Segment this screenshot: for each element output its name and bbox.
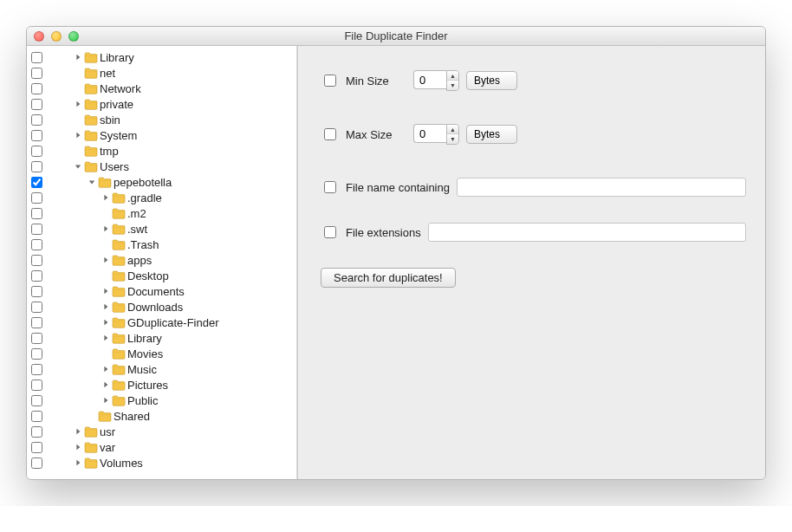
disclosure-closed-icon[interactable] [101, 334, 110, 341]
tree-row[interactable]: tmp [27, 143, 296, 159]
disclosure-closed-icon[interactable] [74, 428, 82, 435]
tree-row[interactable]: Library [27, 330, 296, 346]
disclosure-closed-icon[interactable] [101, 256, 110, 263]
tree-checkbox[interactable] [31, 239, 42, 250]
tree-checkbox[interactable] [31, 426, 42, 438]
min-size-checkbox[interactable] [324, 75, 336, 87]
tree-checkbox[interactable] [31, 286, 42, 297]
tree-checkbox[interactable] [31, 255, 42, 266]
tree-row[interactable]: Users [27, 159, 296, 174]
tree-row[interactable]: Volumes [27, 455, 296, 470]
tree-checkbox[interactable] [31, 99, 42, 110]
tree-checkbox[interactable] [31, 146, 42, 157]
tree-row[interactable]: System [27, 127, 296, 143]
folder-icon [112, 395, 126, 406]
disclosure-closed-icon[interactable] [101, 225, 110, 232]
disclosure-closed-icon[interactable] [101, 397, 110, 404]
tree-row[interactable]: Public [27, 393, 296, 408]
tree-item-label: Volumes [100, 457, 143, 470]
tree-checkbox[interactable] [31, 161, 42, 172]
disclosure-closed-icon[interactable] [74, 54, 82, 61]
disclosure-closed-icon[interactable] [101, 194, 110, 201]
max-size-down[interactable]: ▼ [447, 134, 458, 144]
disclosure-closed-icon[interactable] [101, 381, 110, 388]
tree-checkbox[interactable] [31, 83, 42, 94]
disclosure-open-icon[interactable] [88, 178, 96, 185]
max-size-checkbox[interactable] [324, 128, 336, 140]
tree-checkbox[interactable] [31, 192, 42, 204]
max-size-unit-select[interactable]: Bytes [466, 125, 517, 144]
disclosure-closed-icon[interactable] [74, 459, 82, 466]
tree-row[interactable]: pepebotella [27, 174, 296, 190]
max-size-up[interactable]: ▲ [447, 125, 458, 134]
tree-row[interactable]: Documents [27, 283, 296, 299]
min-size-up[interactable]: ▲ [447, 71, 458, 81]
disclosure-closed-icon[interactable] [101, 366, 110, 373]
tree-checkbox[interactable] [31, 208, 42, 219]
tree-checkbox[interactable] [31, 380, 42, 391]
disclosure-open-icon[interactable] [74, 163, 82, 170]
disclosure-closed-icon[interactable] [101, 319, 110, 326]
tree-checkbox[interactable] [31, 68, 42, 79]
folder-tree-panel[interactable]: LibrarynetNetworkprivatesbinSystemtmpUse… [27, 46, 297, 479]
tree-checkbox[interactable] [31, 348, 42, 360]
filename-checkbox[interactable] [324, 181, 336, 193]
tree-row[interactable]: private [27, 96, 296, 112]
tree-row[interactable]: usr [27, 424, 296, 439]
disclosure-closed-icon[interactable] [101, 288, 110, 295]
tree-checkbox[interactable] [31, 270, 42, 282]
tree-row[interactable]: Downloads [27, 299, 296, 315]
tree-item-label: Downloads [127, 301, 183, 314]
disclosure-closed-icon[interactable] [74, 444, 82, 451]
tree-row[interactable]: .Trash [27, 237, 296, 252]
tree-row[interactable]: sbin [27, 112, 296, 127]
tree-checkbox[interactable] [31, 317, 42, 328]
tree-checkbox[interactable] [31, 333, 42, 344]
tree-checkbox[interactable] [31, 364, 42, 375]
min-size-input[interactable] [413, 70, 446, 89]
tree-row[interactable]: GDuplicate-Finder [27, 315, 296, 330]
tree-item-label: .gradle [127, 191, 162, 204]
tree-row[interactable]: .swt [27, 221, 296, 237]
tree-checkbox[interactable] [31, 302, 42, 313]
search-button[interactable]: Search for duplicates! [321, 268, 456, 288]
tree-checkbox[interactable] [31, 177, 42, 188]
close-window-button[interactable] [34, 31, 44, 42]
tree-row[interactable]: .gradle [27, 190, 296, 205]
min-size-down[interactable]: ▼ [447, 81, 458, 90]
minimize-window-button[interactable] [51, 31, 62, 42]
tree-checkbox[interactable] [31, 114, 42, 126]
tree-row[interactable]: Pictures [27, 377, 296, 393]
tree-checkbox[interactable] [31, 457, 42, 469]
tree-checkbox[interactable] [31, 395, 42, 406]
extensions-input[interactable] [428, 223, 746, 242]
tree-row[interactable]: Network [27, 81, 296, 96]
filename-input[interactable] [457, 178, 746, 197]
min-size-unit-select[interactable]: Bytes [466, 71, 517, 90]
disclosure-closed-icon[interactable] [74, 101, 82, 107]
tree-row[interactable]: Shared [27, 408, 296, 424]
tree-row[interactable]: net [27, 65, 296, 81]
tree-row[interactable]: Library [27, 49, 296, 65]
tree-row[interactable]: .m2 [27, 205, 296, 221]
folder-icon [112, 270, 126, 282]
tree-checkbox[interactable] [31, 130, 42, 141]
tree-row[interactable]: apps [27, 252, 296, 268]
tree-row[interactable]: Desktop [27, 268, 296, 283]
tree-checkbox[interactable] [31, 52, 42, 63]
tree-checkbox[interactable] [31, 442, 42, 453]
tree-checkbox[interactable] [31, 224, 42, 235]
disclosure-closed-icon[interactable] [101, 303, 110, 310]
tree-checkbox[interactable] [31, 411, 42, 422]
min-size-stepper[interactable]: ▲ ▼ [446, 70, 459, 91]
tree-row[interactable]: Movies [27, 346, 296, 361]
disclosure-closed-icon[interactable] [74, 132, 82, 139]
zoom-window-button[interactable] [68, 31, 79, 42]
max-size-input[interactable] [413, 124, 446, 143]
tree-item-label: pepebotella [114, 176, 172, 189]
extensions-checkbox[interactable] [324, 226, 336, 238]
folder-icon [84, 130, 98, 141]
max-size-stepper[interactable]: ▲ ▼ [446, 124, 459, 145]
tree-row[interactable]: var [27, 439, 296, 455]
tree-row[interactable]: Music [27, 361, 296, 377]
